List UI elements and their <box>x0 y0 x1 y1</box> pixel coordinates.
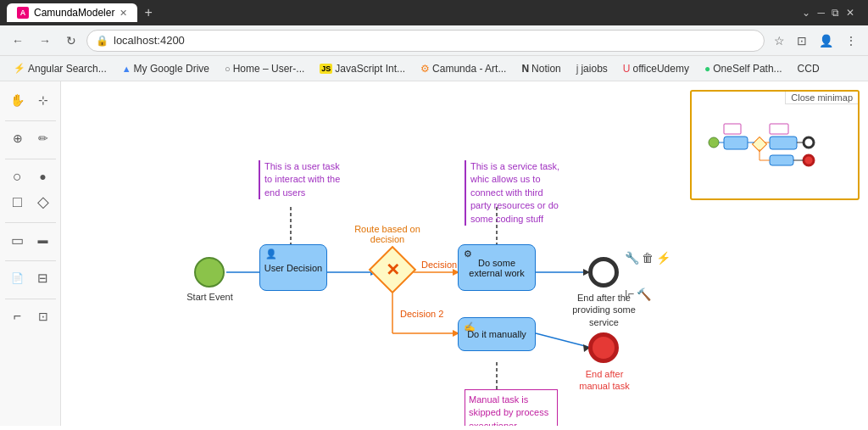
drive-icon: ▲ <box>122 64 131 74</box>
split-tool[interactable]: ⊕ <box>6 126 30 150</box>
bpmn-canvas[interactable]: This is a user task to interact with the… <box>61 81 868 426</box>
service-task-icon: ⚙ <box>464 249 472 260</box>
svg-rect-19 <box>770 137 797 149</box>
start-event-label: Start Event <box>182 292 237 302</box>
nav-bar: ← → ↻ 🔒 localhost:4200 ☆ ⊡ 👤 ⋮ <box>0 25 868 56</box>
circle-outline-tool[interactable]: ○ <box>6 165 30 188</box>
notion-icon: N <box>521 63 529 75</box>
js-icon: JS <box>320 64 332 74</box>
bookmark-camunda[interactable]: ⚙ Camunda - Art... <box>414 61 513 76</box>
trash-icon[interactable]: 🗑 <box>642 251 654 265</box>
tool-group-containers: ⌐ ⊡ <box>3 304 57 328</box>
diamond-tool[interactable]: ◇ <box>31 190 55 214</box>
bookmark-office-udemy[interactable]: U officeUdemy <box>616 61 696 76</box>
bolt-icon[interactable]: ⚡ <box>656 251 670 265</box>
refresh-button[interactable]: ↻ <box>61 32 81 49</box>
address-bar[interactable]: 🔒 localhost:4200 <box>86 30 765 52</box>
corner1-icon: ⌐ <box>14 309 21 324</box>
db-tool[interactable]: ⊟ <box>31 266 55 290</box>
do-manually-task[interactable]: ✍ Do it manually <box>458 317 536 351</box>
tab-title: CamundaModeler <box>34 7 114 19</box>
annotation-user-task: This is a user task to interact with the… <box>259 160 343 199</box>
close-btn[interactable]: ✕ <box>846 7 854 19</box>
back-button[interactable]: ← <box>7 32 29 49</box>
end-event-black[interactable] <box>588 257 619 288</box>
bookmark-label: My Google Drive <box>134 63 209 75</box>
svg-rect-17 <box>724 137 748 149</box>
nav-arrows: ⌄ <box>802 7 810 19</box>
main-area: ✋ ⊹ ⊕ ✏ ○ ● □ ◇ ▭ ▬ 📄 ⊟ ⌐ ⊡ <box>0 81 868 426</box>
extension-btn[interactable]: ⊡ <box>793 32 811 49</box>
manual-task-icon: ✍ <box>464 321 476 332</box>
lasso-tool[interactable]: ⊹ <box>31 88 55 112</box>
rect-tool[interactable]: ▭ <box>6 228 30 252</box>
corner2-icon: ⊡ <box>38 310 48 323</box>
bookmark-notion[interactable]: N ann1 Notion <box>515 61 567 76</box>
pen-tool[interactable]: ✏ <box>31 126 55 150</box>
bookmark-js[interactable]: JS JavaScript Int... <box>313 61 412 76</box>
new-tab-button[interactable]: + <box>137 2 159 24</box>
svg-rect-20 <box>770 155 793 165</box>
bookmark-label: Home – User-... <box>233 63 305 75</box>
end-event-red[interactable] <box>588 332 619 363</box>
tool-group-docs: 📄 ⊟ <box>3 266 57 290</box>
diamond-icon: ◇ <box>37 193 49 211</box>
hand-tool[interactable]: ✋ <box>6 88 30 112</box>
circle-fill-tool[interactable]: ● <box>31 165 55 188</box>
divider-2 <box>5 159 56 159</box>
circle-outline-icon: ○ <box>13 168 22 186</box>
bookmark-label: OneSelf Path... <box>713 63 782 75</box>
bookmark-google-drive[interactable]: ▲ My Google Drive <box>115 61 216 76</box>
svg-point-16 <box>709 137 719 148</box>
split-icon: ⊕ <box>13 131 23 145</box>
doc-icon: 📄 <box>11 272 24 284</box>
bookmark-home[interactable]: ○ Home – User-... <box>218 61 311 76</box>
camunda-icon: ⚙ <box>420 63 430 75</box>
doc-tool[interactable]: 📄 <box>6 266 30 290</box>
minimize-btn[interactable]: ─ <box>817 7 825 19</box>
tool-group-shapes2: ▭ ▬ <box>3 228 57 252</box>
bookmark-ccd[interactable]: CCD <box>791 61 826 76</box>
bookmark-star[interactable]: ☆ <box>770 32 789 49</box>
user-decision-task[interactable]: 👤 User Decision <box>259 244 327 291</box>
rect-icon: ▭ <box>11 232 24 249</box>
restore-btn[interactable]: ⧉ <box>832 7 839 19</box>
profile-btn[interactable]: 👤 <box>815 32 837 49</box>
active-tab[interactable]: A CamundaModeler ✕ <box>7 3 137 22</box>
bookmark-oneself[interactable]: ● OneSelf Path... <box>698 61 789 76</box>
svg-rect-18 <box>753 137 767 152</box>
do-external-work-task[interactable]: ⚙ Do some external work <box>458 244 536 291</box>
window-controls: ⌄ ─ ⧉ ✕ <box>802 7 861 19</box>
gateway-x-icon: ✕ <box>386 261 400 278</box>
lock-icon: 🔒 <box>96 35 108 47</box>
jaiobs-icon: j <box>576 63 579 75</box>
bookmark-angular[interactable]: ⚡ Angular Search... <box>7 61 114 76</box>
bookmark-label: Camunda - Art... <box>432 63 506 75</box>
svg-point-22 <box>804 155 814 165</box>
divider-5 <box>5 299 56 299</box>
tool-group-select: ✋ ⊹ <box>3 88 57 112</box>
wrench-icon[interactable]: 🔧 <box>625 251 639 265</box>
left-toolbar: ✋ ⊹ ⊕ ✏ ○ ● □ ◇ ▭ ▬ 📄 ⊟ ⌐ ⊡ <box>0 81 61 426</box>
tab-favicon: A <box>17 7 29 19</box>
udemy-icon: U <box>623 63 631 75</box>
gateway[interactable]: ✕ <box>369 246 417 294</box>
square-tool[interactable]: □ <box>6 190 30 214</box>
bookmark-jaiobs[interactable]: j jaiobs <box>570 61 615 76</box>
bookmark-label: CCD <box>798 63 820 75</box>
corner1-tool[interactable]: ⌐ <box>6 304 30 328</box>
menu-btn[interactable]: ⋮ <box>841 32 861 49</box>
start-event[interactable] <box>194 257 225 288</box>
bookmark-label: Angular Search... <box>28 63 107 75</box>
bookmarks-bar: ⚡ Angular Search... ▲ My Google Drive ○ … <box>0 56 868 81</box>
square-icon: □ <box>13 193 22 211</box>
rect2-icon: ▬ <box>38 234 48 246</box>
rect2-tool[interactable]: ▬ <box>31 228 55 252</box>
angular-icon: ⚡ <box>14 63 25 74</box>
tab-bar: A CamundaModeler ✕ + ⌄ ─ ⧉ ✕ <box>0 0 868 25</box>
tab-close-button[interactable]: ✕ <box>120 8 127 19</box>
forward-button[interactable]: → <box>34 32 56 49</box>
annotation-route: Route based on decision <box>353 224 421 244</box>
spanner-icon[interactable]: 🔨 <box>637 288 651 301</box>
corner2-tool[interactable]: ⊡ <box>31 304 55 328</box>
